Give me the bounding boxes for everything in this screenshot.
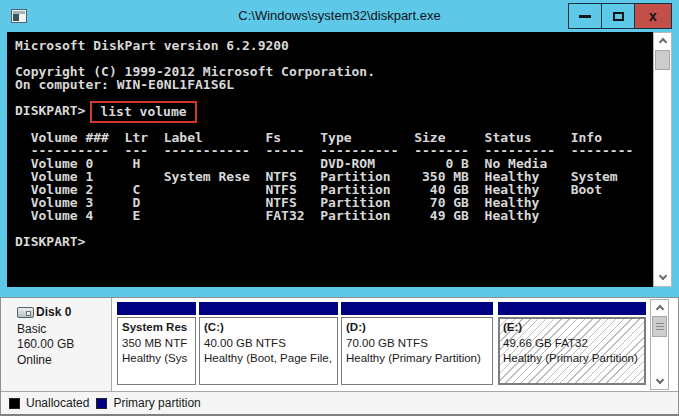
partition-size: 70.00 GB NTFS: [346, 336, 488, 352]
partition-color-band: [199, 302, 338, 315]
legend: UnallocatedPrimary partition: [1, 391, 678, 414]
console-line: Volume 1 System Rese NTFS Partition 350 …: [15, 170, 653, 183]
console-line: On computer: WIN-E0NL1FA1S6L: [15, 78, 653, 91]
console-line: Volume 4 E FAT32 Partition 49 GB Healthy: [15, 209, 653, 222]
chevron-up-icon: [655, 305, 663, 313]
close-icon: x: [649, 9, 657, 23]
partition-status: Healthy (Primary Partition): [346, 351, 488, 367]
partition-status: Healthy (Primary Partition): [503, 351, 641, 367]
legend-label: Primary partition: [113, 396, 200, 410]
partitions-area: System Res350 MB NTFHealthy (Sys(C:)40.0…: [1, 298, 650, 391]
chevron-down-icon: [655, 376, 663, 384]
partition-status: Healthy (Sys: [122, 351, 191, 367]
legend-item: Unallocated: [9, 396, 89, 410]
console-scrollbar-thumb[interactable]: [655, 50, 670, 70]
partition-body: System Res350 MB NTFHealthy (Sys: [117, 317, 196, 385]
disk-scrollbar[interactable]: [650, 299, 669, 390]
diskpart-window: C:\Windows\system32\diskpart.exe x Micro…: [0, 0, 679, 297]
console-scroll-up-button[interactable]: [654, 33, 671, 49]
console-scrollbar[interactable]: [653, 32, 672, 287]
console-line: ---------- --- ----------- ----- -------…: [15, 144, 653, 157]
close-button[interactable]: x: [634, 3, 672, 29]
partition-color-band: [117, 302, 196, 315]
highlighted-command: list volume: [90, 101, 196, 123]
console-output[interactable]: Microsoft DiskPart version 6.2.9200Copyr…: [7, 32, 653, 287]
partition-name: (D:): [346, 320, 488, 336]
partition-block[interactable]: (E:)49.66 GB FAT32Healthy (Primary Parti…: [498, 302, 646, 389]
partition-name: (E:): [503, 320, 641, 336]
disk-scrollbar-thumb[interactable]: [652, 316, 667, 337]
caption-buttons: x: [569, 3, 672, 29]
scrollbar-grip-icon: [656, 326, 664, 327]
partition-name: (C:): [204, 320, 333, 336]
console-line: DISKPART>: [15, 235, 653, 248]
disk-scroll-down-button[interactable]: [651, 374, 668, 389]
partition-color-band: [341, 302, 493, 315]
console-line: Volume 0 H DVD-ROM 0 B No Media: [15, 157, 653, 170]
partition-size: 350 MB NTF: [122, 336, 191, 352]
partition-body: (D:)70.00 GB NTFSHealthy (Primary Partit…: [341, 317, 493, 385]
console-line: [15, 222, 653, 235]
console-line: Microsoft DiskPart version 6.2.9200: [15, 39, 653, 52]
console-line: Volume 2 C NTFS Partition 40 GB Healthy …: [15, 183, 653, 196]
minimize-button[interactable]: [568, 3, 602, 29]
legend-label: Unallocated: [26, 396, 89, 410]
partition-block[interactable]: (C:)40.00 GB NTFSHealthy (Boot, Page Fil…: [199, 302, 338, 389]
partition-status: Healthy (Boot, Page File,: [204, 351, 333, 367]
titlebar[interactable]: C:\Windows\system32\diskpart.exe x: [0, 0, 679, 32]
screenshot-root: C:\Windows\system32\diskpart.exe x Micro…: [0, 0, 679, 416]
partition-color-band: [498, 302, 646, 315]
partition-name: System Res: [122, 320, 191, 336]
chevron-up-icon: [658, 38, 666, 46]
partition-size: 49.66 GB FAT32: [503, 336, 641, 352]
console-line: Volume 3 D NTFS Partition 70 GB Healthy: [15, 196, 653, 209]
legend-swatch-icon: [96, 398, 107, 409]
disk-scroll-up-button[interactable]: [651, 300, 668, 315]
legend-item: Primary partition: [96, 396, 200, 410]
partition-size: 40.00 GB NTFS: [204, 336, 333, 352]
disk-management-panel: Disk 0 Basic 160.00 GB Online System Res…: [0, 297, 679, 416]
console-scroll-down-button[interactable]: [654, 270, 671, 286]
partition-block[interactable]: System Res350 MB NTFHealthy (Sys: [117, 302, 196, 389]
minimize-icon: [579, 15, 591, 18]
diskpart-prompt: DISKPART>: [15, 103, 85, 118]
chevron-down-icon: [658, 272, 666, 280]
console-line: Volume ### Ltr Label Fs Type Size Status…: [15, 131, 653, 144]
maximize-icon: [613, 12, 624, 21]
legend-swatch-icon: [9, 398, 20, 409]
partition-block[interactable]: (D:)70.00 GB NTFSHealthy (Primary Partit…: [341, 302, 493, 389]
maximize-button[interactable]: [601, 3, 635, 29]
partition-body: (E:)49.66 GB FAT32Healthy (Primary Parti…: [498, 317, 646, 385]
console-line: DISKPART>list volume: [15, 104, 653, 118]
partition-body: (C:)40.00 GB NTFSHealthy (Boot, Page Fil…: [199, 317, 338, 385]
